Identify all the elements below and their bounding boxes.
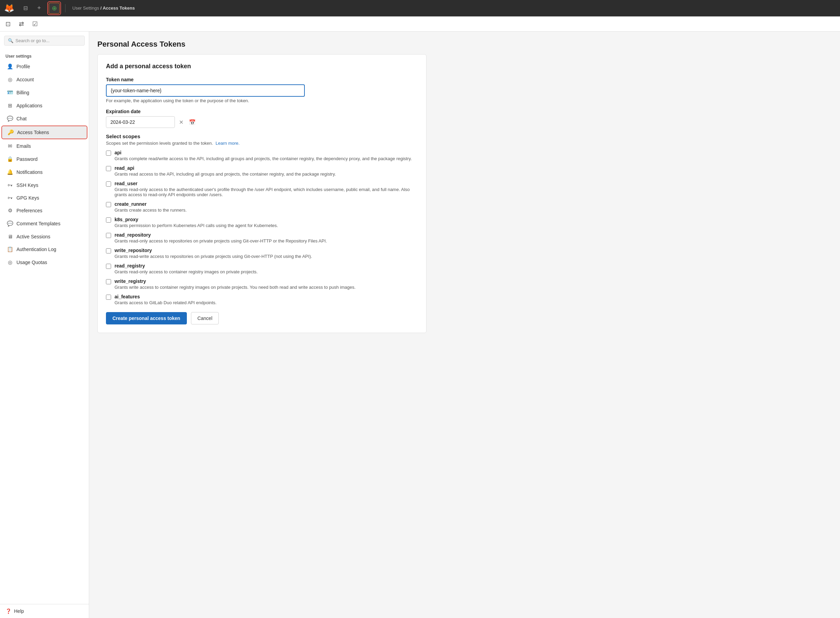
sidebar-toggle-btn[interactable]: ⊟ — [20, 3, 31, 14]
scope-item-ai_features: ai_features Grants access to GitLab Duo … — [106, 294, 418, 305]
sidebar-item-label: Chat — [16, 116, 27, 122]
profile-icon: 👤 — [7, 64, 13, 70]
sidebar-item-notifications[interactable]: 🔔 Notifications — [1, 166, 88, 178]
todo-icon-btn[interactable]: ☑ — [31, 19, 39, 29]
sidebar-item-gpg-keys[interactable]: 🗝 GPG Keys — [1, 192, 88, 204]
scope-item-read_user: read_user Grants read-only access to the… — [106, 181, 418, 197]
access-tokens-icon: 🔑 — [7, 129, 14, 135]
scope-checkbox-write_repository[interactable] — [106, 248, 111, 253]
scope-item-read_api: read_api Grants read access to the API, … — [106, 165, 418, 177]
scope-desc: Grants read-only access to container reg… — [114, 269, 258, 274]
scope-name: read_user — [114, 181, 418, 186]
help-link[interactable]: ❓ Help — [6, 608, 83, 614]
scope-checkbox-ai_features[interactable] — [106, 294, 111, 300]
sidebar-item-label: SSH Keys — [16, 183, 39, 188]
sidebar-item-ssh-keys[interactable]: 🗝 SSH Keys — [1, 179, 88, 191]
activity-btn[interactable]: ⊕ — [49, 3, 60, 14]
search-icon: 🔍 — [8, 38, 13, 43]
sidebar-item-applications[interactable]: ⊞ Applications — [1, 100, 88, 112]
scope-name: api — [114, 150, 412, 155]
main-layout: 🔍 Search or go to... User settings 👤 Pro… — [0, 31, 840, 618]
scope-checkbox-read_user[interactable] — [106, 181, 111, 187]
scope-name: write_registry — [114, 278, 356, 284]
sidebar-item-chat[interactable]: 💬 Chat — [1, 113, 88, 125]
scope-checkbox-read_registry[interactable] — [106, 264, 111, 269]
scope-desc: Grants read-only access to the authentic… — [114, 187, 418, 197]
clear-date-btn[interactable]: ✕ — [178, 117, 185, 127]
create-token-btn[interactable]: Create personal access token — [106, 312, 187, 324]
expiration-input[interactable] — [106, 116, 175, 128]
calendar-btn[interactable]: 📅 — [187, 117, 197, 127]
scope-checkbox-api[interactable] — [106, 150, 111, 156]
sidebar-item-active-sessions[interactable]: 🖥 Active Sessions — [1, 230, 88, 242]
sidebar-item-authentication-log[interactable]: 📋 Authentication Log — [1, 243, 88, 256]
scope-desc: Grants read access to the API, including… — [114, 171, 336, 177]
active-sessions-icon: 🖥 — [7, 233, 13, 239]
scope-checkbox-create_runner[interactable] — [106, 202, 111, 207]
gpg-icon: 🗝 — [7, 195, 13, 201]
clear-icon: ✕ — [179, 119, 183, 125]
scope-checkbox-read_api[interactable] — [106, 166, 111, 171]
scope-desc: Grants create access to the runners. — [114, 208, 187, 212]
token-name-input[interactable] — [106, 85, 305, 97]
board-icon-btn[interactable]: ⊡ — [4, 19, 12, 29]
sidebar-item-label: Billing — [16, 90, 29, 95]
scope-name: write_repository — [114, 248, 312, 253]
scopes-title: Select scopes — [106, 134, 418, 139]
sidebar-item-label: Preferences — [16, 208, 42, 213]
ssh-icon: 🗝 — [7, 182, 13, 188]
sidebar-item-label: Profile — [16, 64, 30, 69]
gitlab-logo[interactable]: 🦊 — [4, 3, 15, 13]
scope-desc: Grants complete read/write access to the… — [114, 156, 412, 161]
scope-desc: Grants write access to container registr… — [114, 285, 356, 290]
sidebar-item-label: GPG Keys — [16, 195, 39, 201]
comment-templates-icon: 💬 — [7, 220, 13, 227]
sidebar-item-label: Applications — [16, 103, 43, 108]
scope-name: read_repository — [114, 232, 327, 238]
scope-checkbox-write_registry[interactable] — [106, 279, 111, 284]
search-bar[interactable]: 🔍 Search or go to... — [4, 36, 85, 46]
cancel-btn[interactable]: Cancel — [191, 312, 219, 324]
preferences-icon: ⚙ — [7, 208, 13, 214]
activity-icon-wrapper: ⊕ — [47, 1, 61, 15]
new-item-btn[interactable]: + — [34, 3, 45, 14]
merge-icon-btn[interactable]: ⇄ — [18, 19, 25, 29]
card-title: Add a personal access token — [106, 63, 418, 70]
scope-checkbox-read_repository[interactable] — [106, 233, 111, 238]
scope-name: read_registry — [114, 263, 258, 269]
scope-name: read_api — [114, 165, 336, 171]
sidebar-item-account[interactable]: ◎ Account — [1, 73, 88, 86]
sidebar-item-label: Emails — [16, 143, 31, 149]
learn-more-link[interactable]: Learn more. — [216, 141, 240, 146]
scope-desc: Grants read-only access to repositories … — [114, 238, 327, 244]
calendar-icon: 📅 — [189, 119, 196, 125]
btn-row: Create personal access token Cancel — [106, 312, 418, 324]
auth-log-icon: 📋 — [7, 246, 13, 253]
add-token-card: Add a personal access token Token name F… — [97, 54, 426, 333]
sidebar-item-emails[interactable]: ✉ Emails — [1, 140, 88, 152]
divider — [65, 4, 65, 12]
billing-icon: 🪪 — [7, 89, 13, 96]
sidebar-item-comment-templates[interactable]: 💬 Comment Templates — [1, 217, 88, 230]
scopes-section: Select scopes Scopes set the permission … — [106, 134, 418, 305]
sidebar-item-profile[interactable]: 👤 Profile — [1, 60, 88, 73]
scope-item-read_registry: read_registry Grants read-only access to… — [106, 263, 418, 274]
sidebar-item-label: Active Sessions — [16, 234, 50, 239]
sidebar-item-usage-quotas[interactable]: ◎ Usage Quotas — [1, 256, 88, 269]
date-row: ✕ 📅 — [106, 116, 418, 128]
sidebar-item-password[interactable]: 🔒 Password — [1, 153, 88, 165]
sidebar-item-label: Usage Quotas — [16, 260, 47, 265]
breadcrumb: User Settings / Access Tokens — [72, 6, 135, 10]
notifications-icon: 🔔 — [7, 169, 13, 175]
sidebar: 🔍 Search or go to... User settings 👤 Pro… — [0, 31, 89, 618]
breadcrumb-parent[interactable]: User Settings — [72, 6, 99, 10]
sidebar-item-billing[interactable]: 🪪 Billing — [1, 86, 88, 99]
scope-item-write_repository: write_repository Grants read-write acces… — [106, 248, 418, 259]
scope-checkbox-k8s_proxy[interactable] — [106, 217, 111, 223]
sidebar-item-preferences[interactable]: ⚙ Preferences — [1, 204, 88, 217]
sidebar-item-access-tokens[interactable]: 🔑 Access Tokens — [1, 126, 88, 139]
sidebar-item-label: Comment Templates — [16, 221, 60, 226]
scope-item-api: api Grants complete read/write access to… — [106, 150, 418, 161]
breadcrumb-current: Access Tokens — [102, 6, 135, 10]
scopes-hint-text: Scopes set the permission levels granted… — [106, 141, 213, 146]
